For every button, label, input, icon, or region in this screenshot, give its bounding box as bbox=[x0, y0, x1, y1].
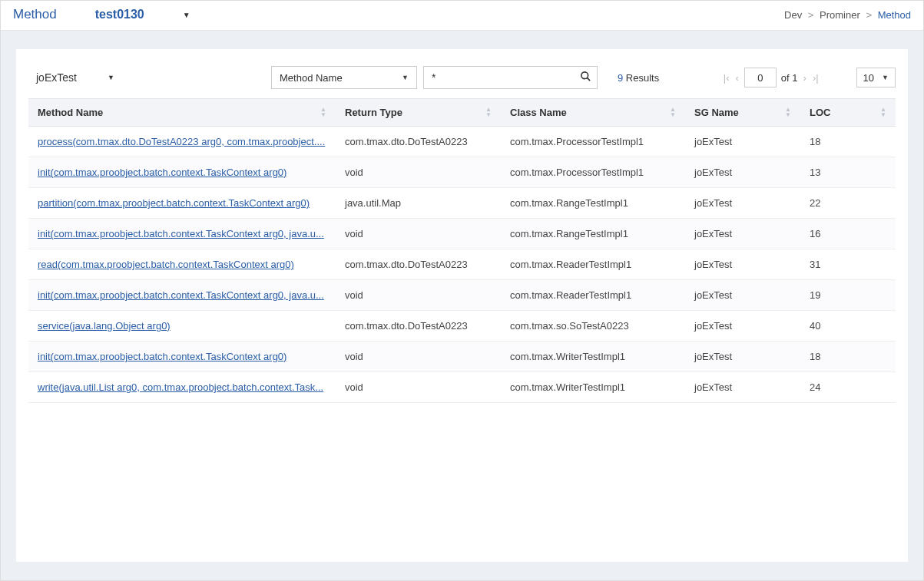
table-row: read(com.tmax.proobject.batch.context.Ta… bbox=[28, 249, 896, 280]
table-row: write(java.util.List arg0, com.tmax.proo… bbox=[28, 372, 896, 403]
table-row: init(com.tmax.proobject.batch.context.Ta… bbox=[28, 280, 896, 311]
breadcrumb-dev[interactable]: Dev bbox=[784, 9, 802, 21]
method-link[interactable]: init(com.tmax.proobject.batch.context.Ta… bbox=[38, 351, 286, 362]
method-link[interactable]: init(com.tmax.proobject.batch.context.Ta… bbox=[38, 167, 286, 178]
cell-loc: 18 bbox=[800, 127, 896, 157]
cell-loc: 31 bbox=[800, 249, 896, 280]
cell-sg: joExTest bbox=[685, 219, 800, 249]
table-row: partition(com.tmax.proobject.batch.conte… bbox=[28, 188, 896, 219]
results-count: 9 Results bbox=[618, 72, 659, 84]
cell-method: init(com.tmax.proobject.batch.context.Ta… bbox=[28, 219, 336, 249]
sort-icon[interactable]: ▲▼ bbox=[320, 107, 326, 117]
cell-sg: joExTest bbox=[685, 188, 800, 219]
search-input[interactable] bbox=[424, 71, 574, 84]
cell-return: void bbox=[336, 372, 501, 403]
cell-sg: joExTest bbox=[685, 157, 800, 188]
cell-loc: 40 bbox=[800, 311, 896, 342]
breadcrumb-separator: > bbox=[808, 9, 814, 21]
svg-line-1 bbox=[587, 78, 590, 81]
cell-class: com.tmax.so.SoTestA0223 bbox=[501, 311, 685, 342]
sort-icon[interactable]: ▲▼ bbox=[670, 107, 676, 117]
search-field-dropdown[interactable]: Method Name ▼ bbox=[271, 66, 417, 89]
page-size-value: 10 bbox=[863, 72, 874, 84]
project-name: test0130 bbox=[95, 8, 144, 21]
cell-sg: joExTest bbox=[685, 249, 800, 280]
breadcrumb: Dev > Prominer > Method bbox=[784, 9, 911, 21]
table-row: service(java.lang.Object arg0)com.tmax.d… bbox=[28, 311, 896, 342]
first-page-icon[interactable]: |‹ bbox=[723, 72, 730, 84]
cell-loc: 19 bbox=[800, 280, 896, 311]
cell-method: init(com.tmax.proobject.batch.context.Ta… bbox=[28, 157, 336, 188]
cell-sg: joExTest bbox=[685, 342, 800, 372]
method-link[interactable]: write(java.util.List arg0, com.tmax.proo… bbox=[38, 381, 323, 393]
chevron-down-icon: ▼ bbox=[882, 74, 889, 81]
chevron-down-icon: ▼ bbox=[402, 74, 409, 81]
cell-return: void bbox=[336, 157, 501, 188]
search-box bbox=[423, 66, 598, 89]
search-field-value: Method Name bbox=[280, 72, 343, 84]
cell-return: com.tmax.dto.DoTestA0223 bbox=[336, 311, 501, 342]
panel: joExTest ▼ Method Name ▼ 9 Results bbox=[16, 49, 908, 562]
method-link[interactable]: read(com.tmax.proobject.batch.context.Ta… bbox=[38, 259, 294, 270]
cell-sg: joExTest bbox=[685, 372, 800, 403]
cell-return: void bbox=[336, 219, 501, 249]
cell-loc: 18 bbox=[800, 342, 896, 372]
cell-method: partition(com.tmax.proobject.batch.conte… bbox=[28, 188, 336, 219]
method-link[interactable]: init(com.tmax.proobject.batch.context.Ta… bbox=[38, 228, 324, 239]
next-page-icon[interactable]: › bbox=[803, 72, 807, 84]
pagination: |‹ ‹ of 1 › ›| bbox=[723, 68, 820, 87]
sort-icon[interactable]: ▲▼ bbox=[785, 107, 791, 117]
cell-method: init(com.tmax.proobject.batch.context.Ta… bbox=[28, 280, 336, 311]
svg-point-0 bbox=[581, 72, 588, 79]
method-link[interactable]: service(java.lang.Object arg0) bbox=[38, 320, 171, 332]
col-header-class[interactable]: Class Name ▲▼ bbox=[501, 99, 685, 127]
page-size-dropdown[interactable]: 10 ▼ bbox=[856, 68, 896, 87]
page-input[interactable] bbox=[744, 68, 777, 87]
table-row: init(com.tmax.proobject.batch.context.Ta… bbox=[28, 342, 896, 372]
cell-class: com.tmax.ReaderTestImpl1 bbox=[501, 280, 685, 311]
chevron-down-icon: ▼ bbox=[183, 11, 190, 19]
cell-class: com.tmax.ReaderTestImpl1 bbox=[501, 249, 685, 280]
header-bar: Method test0130 ▼ Dev > Prominer > Metho… bbox=[1, 1, 923, 31]
cell-method: process(com.tmax.dto.DoTestA0223 arg0, c… bbox=[28, 127, 336, 157]
method-link[interactable]: partition(com.tmax.proobject.batch.conte… bbox=[38, 197, 310, 209]
table-header-row: Method Name ▲▼ Return Type ▲▼ Class Name… bbox=[28, 99, 896, 127]
search-icon[interactable] bbox=[574, 71, 597, 84]
sg-filter-dropdown[interactable]: joExTest ▼ bbox=[28, 68, 121, 87]
col-header-sg[interactable]: SG Name ▲▼ bbox=[685, 99, 800, 127]
chevron-down-icon: ▼ bbox=[108, 74, 114, 81]
content-area: joExTest ▼ Method Name ▼ 9 Results bbox=[1, 31, 923, 580]
toolbar: joExTest ▼ Method Name ▼ 9 Results bbox=[28, 66, 896, 89]
results-count-number: 9 bbox=[618, 72, 623, 84]
cell-return: void bbox=[336, 342, 501, 372]
sg-filter-value: joExTest bbox=[36, 71, 77, 84]
col-header-loc[interactable]: LOC ▲▼ bbox=[800, 99, 896, 127]
table-row: init(com.tmax.proobject.batch.context.Ta… bbox=[28, 157, 896, 188]
results-count-label: Results bbox=[626, 72, 659, 84]
page-of-label: of 1 bbox=[781, 72, 798, 84]
project-selector[interactable]: test0130 ▼ bbox=[95, 8, 190, 21]
cell-loc: 24 bbox=[800, 372, 896, 403]
cell-method: init(com.tmax.proobject.batch.context.Ta… bbox=[28, 342, 336, 372]
table-row: init(com.tmax.proobject.batch.context.Ta… bbox=[28, 219, 896, 249]
table-row: process(com.tmax.dto.DoTestA0223 arg0, c… bbox=[28, 127, 896, 157]
app-window: Method test0130 ▼ Dev > Prominer > Metho… bbox=[0, 0, 924, 581]
cell-class: com.tmax.WriterTestImpl1 bbox=[501, 372, 685, 403]
cell-class: com.tmax.ProcessorTestImpl1 bbox=[501, 127, 685, 157]
method-link[interactable]: process(com.tmax.dto.DoTestA0223 arg0, c… bbox=[38, 136, 325, 147]
col-header-method[interactable]: Method Name ▲▼ bbox=[28, 99, 336, 127]
sort-icon[interactable]: ▲▼ bbox=[485, 107, 492, 117]
cell-return: com.tmax.dto.DoTestA0223 bbox=[336, 127, 501, 157]
cell-return: com.tmax.dto.DoTestA0223 bbox=[336, 249, 501, 280]
breadcrumb-method[interactable]: Method bbox=[878, 9, 911, 21]
last-page-icon[interactable]: ›| bbox=[812, 72, 820, 84]
method-link[interactable]: init(com.tmax.proobject.batch.context.Ta… bbox=[38, 289, 324, 301]
breadcrumb-prominer[interactable]: Prominer bbox=[820, 9, 860, 21]
sort-icon[interactable]: ▲▼ bbox=[880, 107, 886, 117]
cell-class: com.tmax.RangeTestImpl1 bbox=[501, 188, 685, 219]
cell-class: com.tmax.ProcessorTestImpl1 bbox=[501, 157, 685, 188]
col-header-return[interactable]: Return Type ▲▼ bbox=[336, 99, 501, 127]
page-title: Method bbox=[13, 7, 57, 22]
cell-sg: joExTest bbox=[685, 127, 800, 157]
prev-page-icon[interactable]: ‹ bbox=[735, 72, 740, 84]
